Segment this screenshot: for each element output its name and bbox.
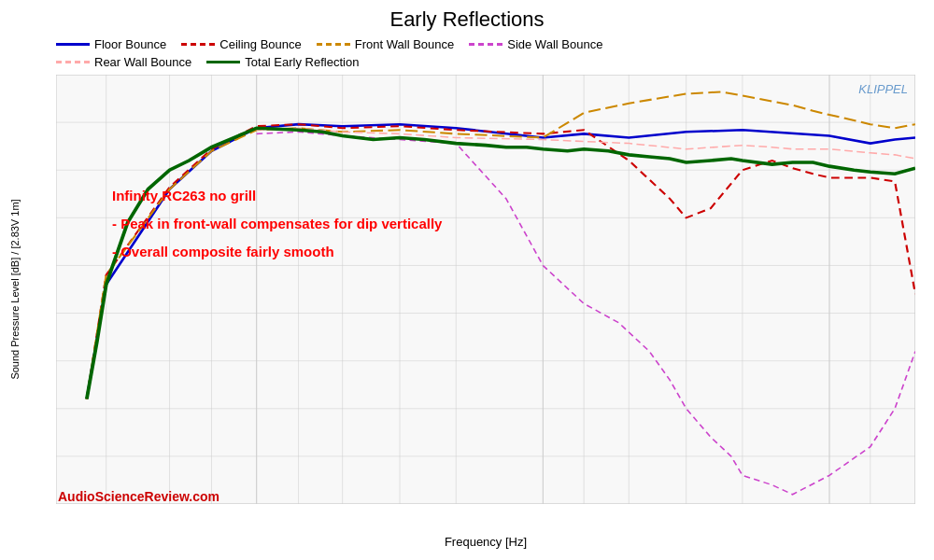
chart-container: Early Reflections Floor Bounce Ceiling B…: [0, 0, 934, 560]
annotation-area: Infinity RC263 no grill - Peak in front-…: [112, 182, 442, 266]
y-axis-text: Sound Pressure Level [dB] / [2.83V 1m]: [9, 199, 21, 379]
x-axis-label: Frequency [Hz]: [56, 535, 915, 549]
legend-floor-bounce: Floor Bounce: [56, 37, 166, 51]
annotation-line3: - Overall composite fairly smooth: [112, 238, 442, 266]
legend-rear-wall-bounce-label: Rear Wall Bounce: [94, 55, 191, 69]
chart-svg: 90 85 80 75 70 65 60 55 50 45 10² 10³ 10…: [56, 75, 915, 504]
legend-total-early-reflection-label: Total Early Reflection: [245, 55, 359, 69]
legend-total-early-reflection: Total Early Reflection: [206, 55, 359, 69]
legend-ceiling-bounce: Ceiling Bounce: [181, 37, 301, 51]
legend-rear-wall-bounce: Rear Wall Bounce: [56, 55, 191, 69]
legend-side-wall-bounce-line: [469, 43, 502, 46]
asr-label: AudioScienceReview.com: [58, 489, 219, 504]
legend-front-wall-bounce-label: Front Wall Bounce: [355, 37, 454, 51]
legend-side-wall-bounce-label: Side Wall Bounce: [507, 37, 602, 51]
svg-rect-1: [56, 75, 915, 504]
legend-ceiling-bounce-line: [181, 43, 215, 46]
y-axis-label: Sound Pressure Level [dB] / [2.83V 1m]: [7, 75, 22, 504]
annotation-line2: - Peak in front-wall compensates for dip…: [112, 210, 442, 238]
chart-area: 90 85 80 75 70 65 60 55 50 45 10² 10³ 10…: [56, 75, 915, 504]
legend-rear-wall-bounce-line: [56, 61, 90, 63]
legend-front-wall-bounce-line: [317, 43, 350, 46]
legend-side-wall-bounce: Side Wall Bounce: [469, 37, 602, 51]
chart-title: Early Reflections: [0, 0, 934, 32]
legend-ceiling-bounce-label: Ceiling Bounce: [219, 37, 301, 51]
legend-floor-bounce-label: Floor Bounce: [94, 37, 166, 51]
legend-front-wall-bounce: Front Wall Bounce: [317, 37, 454, 51]
klippel-label: KLIPPEL: [858, 82, 908, 96]
annotation-line1: Infinity RC263 no grill: [112, 182, 442, 210]
legend-floor-bounce-line: [56, 43, 90, 46]
legend-area: Floor Bounce Ceiling Bounce Front Wall B…: [0, 32, 934, 71]
legend-total-early-reflection-line: [206, 61, 240, 63]
